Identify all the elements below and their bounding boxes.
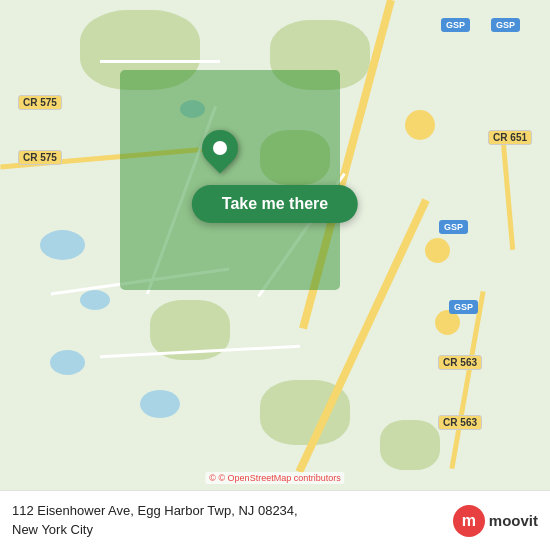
gsp-badge-1: GSP bbox=[491, 18, 520, 32]
moovit-logo-icon: m bbox=[453, 505, 485, 537]
water-body bbox=[50, 350, 85, 375]
pin-dot bbox=[213, 141, 227, 155]
gsp-badge-3: GSP bbox=[449, 300, 478, 314]
osm-attribution: © © OpenStreetMap contributors bbox=[205, 472, 344, 484]
map-container: CR 575 CR 575 GSP GSP GSP GSP CR 563 CR … bbox=[0, 0, 550, 490]
wooded-area bbox=[380, 420, 440, 470]
road-label-cr575-2: CR 575 bbox=[18, 95, 62, 110]
location-pin bbox=[202, 130, 238, 166]
moovit-logo: m moovit bbox=[453, 505, 538, 537]
bottom-bar: 112 Eisenhower Ave, Egg Harbor Twp, NJ 0… bbox=[0, 490, 550, 550]
address-line1: 112 Eisenhower Ave, Egg Harbor Twp, NJ 0… bbox=[12, 503, 298, 518]
osm-icon: © bbox=[209, 473, 216, 483]
destination-highlight bbox=[120, 70, 340, 290]
road-label-cr563-2: CR 563 bbox=[438, 355, 482, 370]
water-body bbox=[140, 390, 180, 418]
water-body bbox=[80, 290, 110, 310]
local-road bbox=[100, 60, 220, 63]
gsp-badge-top: GSP bbox=[441, 18, 470, 32]
road-label-cr575: CR 575 bbox=[18, 150, 62, 165]
interchange bbox=[405, 110, 435, 140]
interchange bbox=[425, 238, 450, 263]
road-label-cr563: CR 563 bbox=[438, 415, 482, 430]
address-line2: New York City bbox=[12, 522, 93, 537]
address-text: 112 Eisenhower Ave, Egg Harbor Twp, NJ 0… bbox=[12, 502, 453, 538]
gsp-badge-2: GSP bbox=[439, 220, 468, 234]
water-body bbox=[40, 230, 85, 260]
road-label-cr651: CR 651 bbox=[488, 130, 532, 145]
take-me-there-button[interactable]: Take me there bbox=[192, 185, 358, 223]
moovit-brand-name: moovit bbox=[489, 512, 538, 529]
pin-shape bbox=[195, 123, 246, 174]
